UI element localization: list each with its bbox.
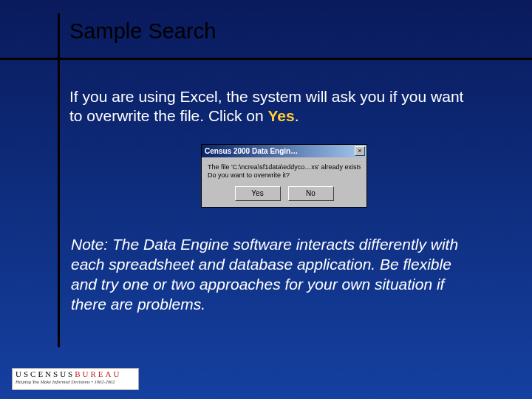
dialog-message: The file 'C:\ncrea\sf1data\eddyco…xs' al… <box>202 157 366 183</box>
footer-brand: USCENSUSBUREAU <box>16 370 135 378</box>
dialog-line-2: Do you want to overwrite it? <box>208 171 361 180</box>
footer-brand-pre: USCENSUS <box>16 369 75 378</box>
footer-brand-post: BUREAU <box>75 369 121 378</box>
overwrite-dialog: Census 2000 Data Engin… × The file 'C:\n… <box>201 144 367 208</box>
no-button[interactable]: No <box>288 186 334 201</box>
note-paragraph: Note: The Data Engine software interacts… <box>71 235 481 315</box>
body-paragraph: If you are using Excel, the system will … <box>69 87 480 126</box>
dialog-titlebar: Census 2000 Data Engin… × <box>202 145 366 157</box>
horizontal-rule <box>0 58 532 60</box>
close-icon[interactable]: × <box>355 146 365 156</box>
yes-button[interactable]: Yes <box>235 186 281 201</box>
dialog-button-row: Yes No <box>202 183 366 207</box>
dialog-title: Census 2000 Data Engin… <box>205 147 298 155</box>
footer-tagline: Helping You Make Informed Decisions • 19… <box>16 379 135 384</box>
slide-title: Sample Search <box>69 19 216 44</box>
body-pre: If you are using Excel, the system will … <box>69 88 463 124</box>
yes-word: Yes <box>267 107 294 124</box>
body-post: . <box>295 107 299 124</box>
vertical-rule <box>58 13 60 347</box>
footer-badge: USCENSUSBUREAU Helping You Make Informed… <box>12 368 139 390</box>
dialog-line-1: The file 'C:\ncrea\sf1data\eddyco…xs' al… <box>208 163 361 171</box>
